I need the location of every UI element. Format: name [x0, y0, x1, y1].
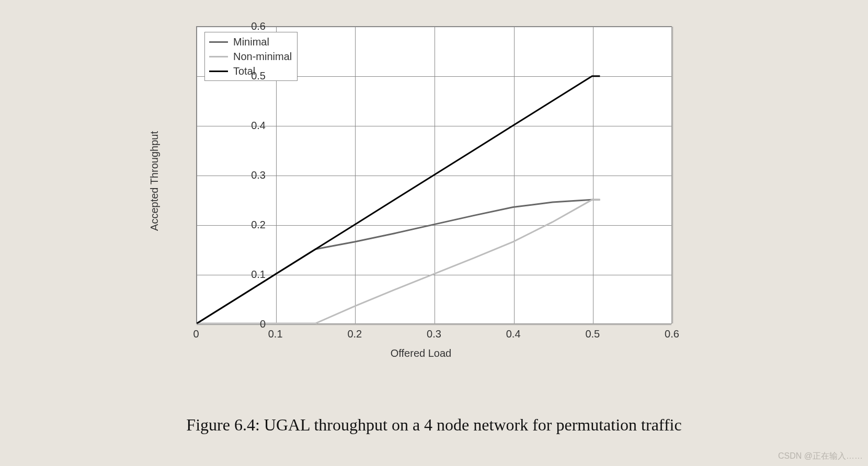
- x-tick-label: 0.2: [339, 328, 370, 340]
- legend-swatch-minimal: [209, 41, 228, 43]
- y-tick-label: 0.5: [213, 70, 266, 82]
- figure-caption: Figure 6.4: UGAL throughput on a 4 node …: [186, 415, 681, 435]
- x-tick-label: 0.5: [577, 328, 608, 340]
- y-tick-label: 0.4: [213, 120, 266, 132]
- y-tick-label: 0.2: [213, 219, 266, 231]
- legend-label-minimal: Minimal: [233, 36, 269, 48]
- x-tick-label: 0.4: [498, 328, 529, 340]
- legend-row: Non-minimal: [209, 49, 292, 64]
- x-tick-label: 0: [180, 328, 212, 340]
- chart-container: Accepted Throughput Offered Load Minimal…: [146, 10, 695, 387]
- gridline-h: [197, 324, 671, 325]
- y-axis-label: Accepted Throughput: [149, 131, 161, 231]
- gridline-v: [672, 27, 673, 323]
- y-tick-label: 0.3: [213, 169, 266, 181]
- x-tick-label: 0.3: [418, 328, 450, 340]
- plot-area: Minimal Non-minimal Total: [196, 26, 672, 324]
- x-axis-label: Offered Load: [391, 347, 451, 359]
- series-line: [197, 76, 600, 323]
- legend-label-nonminimal: Non-minimal: [233, 51, 292, 63]
- y-tick-label: 0: [213, 318, 266, 330]
- watermark: CSDN @正在输入……: [778, 451, 863, 462]
- legend-swatch-nonminimal: [209, 56, 228, 57]
- y-tick-label: 0.6: [213, 20, 266, 32]
- x-tick-label: 0.1: [260, 328, 291, 340]
- x-tick-label: 0.6: [656, 328, 688, 340]
- legend-row: Minimal: [209, 34, 292, 49]
- y-tick-label: 0.1: [213, 269, 266, 281]
